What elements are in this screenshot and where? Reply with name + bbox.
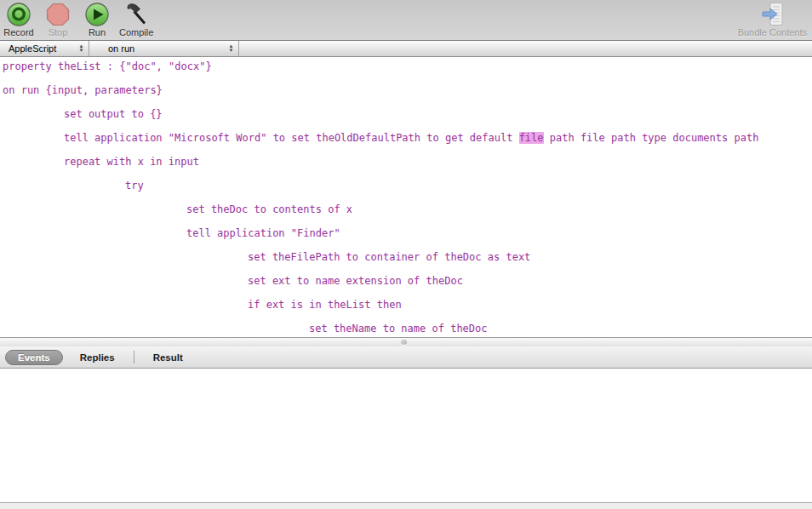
handler-popup-value: on run xyxy=(108,43,227,54)
code-line: if ext is in theList then xyxy=(3,293,812,317)
toolbar-right-group: Bundle Contents xyxy=(738,2,809,37)
code-line: set theFilePath to container of theDoc a… xyxy=(3,245,812,269)
stepper-arrows-icon: ▲▼ xyxy=(227,44,235,53)
compile-button-label: Compile xyxy=(119,27,153,37)
run-button[interactable]: Run xyxy=(80,2,114,37)
navigation-bar-spacer xyxy=(239,41,812,56)
tab-events[interactable]: Events xyxy=(5,350,63,365)
applescript-editor-window: Record Stop xyxy=(0,0,812,509)
language-popup-value: AppleScript xyxy=(9,43,77,54)
code-line: tell application "Microsoft Word" to set… xyxy=(3,126,812,150)
record-icon xyxy=(6,2,31,27)
pane-splitter[interactable] xyxy=(0,337,812,346)
code-line: property theList : {"doc", "docx"} xyxy=(3,57,812,78)
tab-divider xyxy=(134,351,134,363)
toolbar-left-group: Record Stop xyxy=(2,2,158,37)
stepper-arrows-icon: ▲▼ xyxy=(77,44,85,53)
script-editor-pane[interactable]: property theList : {"doc", "docx"}on run… xyxy=(0,57,812,337)
tab-result[interactable]: Result xyxy=(143,351,193,364)
bundle-contents-label: Bundle Contents xyxy=(738,27,807,37)
run-icon xyxy=(84,2,110,27)
events-log-pane[interactable] xyxy=(0,369,812,502)
code-line: tell application "Finder" xyxy=(3,221,812,245)
code-line: on run {input, parameters} xyxy=(3,78,812,102)
bottom-status-strip xyxy=(0,502,812,509)
bundle-contents-button: Bundle Contents xyxy=(738,2,807,37)
code-line: set theDoc to contents of x xyxy=(3,197,812,221)
navigation-bar: AppleScript ▲▼ on run ▲▼ xyxy=(0,41,812,57)
code-line: try xyxy=(3,174,812,197)
code-lines: property theList : {"doc", "docx"}on run… xyxy=(3,57,812,337)
compile-button[interactable]: Compile xyxy=(119,2,153,37)
record-button[interactable]: Record xyxy=(2,2,36,37)
code-line: repeat with x in input xyxy=(3,150,812,174)
tab-replies[interactable]: Replies xyxy=(70,351,125,364)
code-line: set ext to name extension of theDoc xyxy=(3,269,812,293)
language-popup[interactable]: AppleScript ▲▼ xyxy=(0,41,89,56)
stop-button: Stop xyxy=(41,2,75,37)
stop-button-label: Stop xyxy=(49,27,68,37)
bottom-tab-bar: Events Replies Result xyxy=(0,346,812,369)
stop-icon xyxy=(45,2,71,27)
toolbar: Record Stop xyxy=(0,0,812,41)
run-button-label: Run xyxy=(89,27,106,37)
compile-icon xyxy=(123,2,149,27)
code-line: set output to {} xyxy=(3,102,812,126)
code-line: set theName to name of theDoc xyxy=(3,317,812,337)
search-highlight: file xyxy=(519,132,544,144)
record-button-label: Record xyxy=(3,27,33,37)
splitter-grip-icon[interactable] xyxy=(401,340,407,345)
handler-popup[interactable]: on run ▲▼ xyxy=(89,41,239,56)
bundle-contents-icon xyxy=(759,2,785,27)
